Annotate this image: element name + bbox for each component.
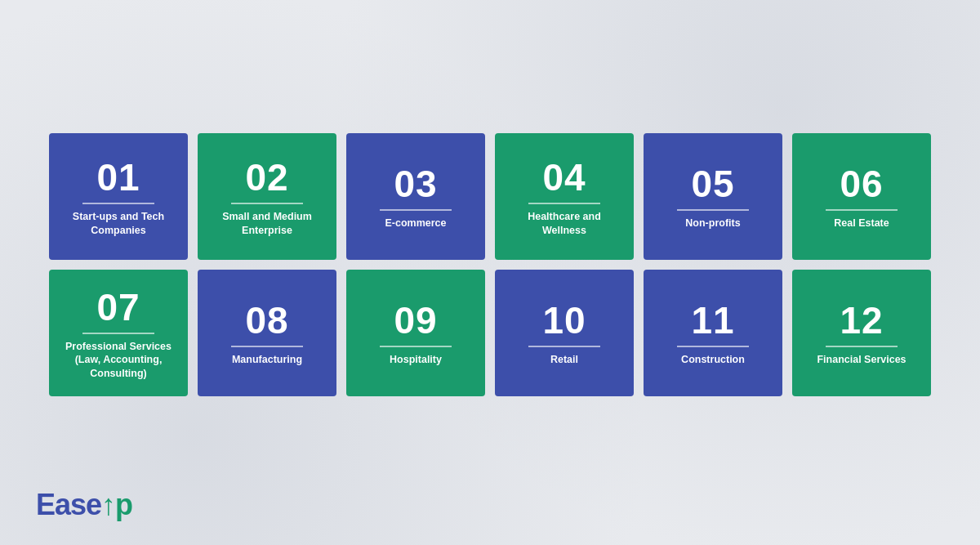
card-number-12: 12 [840,302,883,339]
card-03[interactable]: 03E-commerce [346,133,485,260]
card-11[interactable]: 11Construction [644,270,782,396]
card-divider-11 [677,346,749,347]
card-divider-09 [380,346,452,347]
card-label-07: Professional Services (Law, Accounting, … [59,340,178,380]
card-label-08: Manufacturing [232,353,302,366]
card-divider-10 [528,346,600,347]
card-label-10: Retail [550,353,578,366]
card-label-03: E-commerce [385,217,446,230]
card-01[interactable]: 01Start-ups and Tech Companies [49,133,188,260]
card-number-07: 07 [96,288,140,326]
card-divider-02 [231,203,303,204]
card-number-03: 03 [394,165,437,203]
card-number-06: 06 [840,165,883,203]
card-number-05: 05 [691,165,734,203]
card-number-11: 11 [691,302,734,339]
card-06[interactable]: 06Real Estate [792,133,931,260]
industry-grid: 01Start-ups and Tech Companies02Small an… [49,133,931,396]
card-divider-07 [82,333,154,334]
card-divider-03 [380,209,452,211]
logo-arrow-icon: ↑ [101,488,115,522]
logo-ease: Ease [36,488,101,521]
card-07[interactable]: 07Professional Services (Law, Accounting… [49,270,188,396]
logo-up: p [115,488,132,521]
card-number-09: 09 [394,302,437,339]
card-10[interactable]: 10Retail [495,270,634,396]
card-divider-06 [826,209,898,211]
card-label-09: Hospitality [390,353,442,366]
card-12[interactable]: 12Financial Services [792,270,931,396]
card-divider-01 [82,203,154,204]
card-label-01: Start-ups and Tech Companies [59,210,178,237]
card-divider-08 [231,346,303,347]
card-number-08: 08 [245,302,288,339]
card-08[interactable]: 08Manufacturing [198,270,336,396]
card-04[interactable]: 04Healthcare and Wellness [495,133,634,260]
card-label-04: Healthcare and Wellness [505,210,624,237]
card-number-02: 02 [245,159,288,196]
card-label-06: Real Estate [834,217,889,230]
card-number-01: 01 [96,159,140,196]
card-label-11: Construction [681,353,745,366]
card-label-05: Non-profits [685,217,740,230]
card-label-12: Financial Services [817,353,906,366]
card-05[interactable]: 05Non-profits [644,133,782,260]
logo: Ease↑p [36,488,132,522]
card-09[interactable]: 09Hospitality [346,270,485,396]
card-label-02: Small and Medium Enterprise [207,210,327,237]
card-divider-04 [528,203,600,204]
card-number-10: 10 [542,302,586,339]
card-divider-05 [677,209,749,211]
card-divider-12 [826,346,898,347]
card-number-04: 04 [542,159,586,196]
card-02[interactable]: 02Small and Medium Enterprise [198,133,336,260]
